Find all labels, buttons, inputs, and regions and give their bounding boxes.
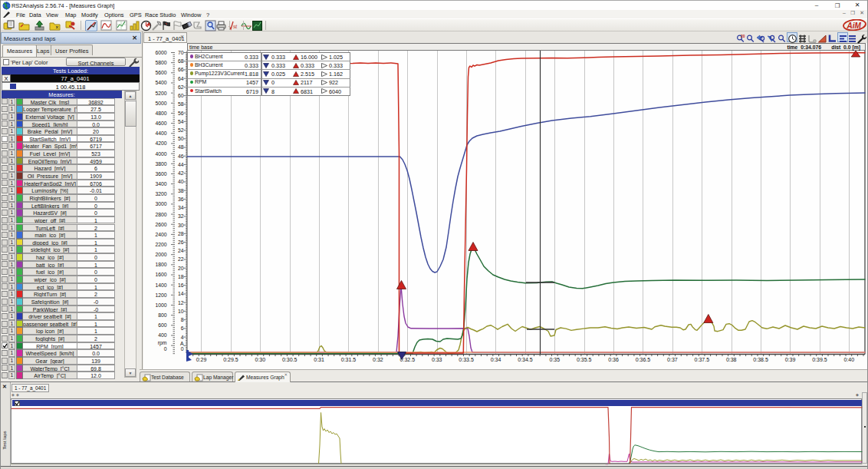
svg-text:4200: 4200 bbox=[155, 140, 166, 146]
svg-text:32: 32 bbox=[178, 213, 184, 219]
svg-text:62: 62 bbox=[178, 84, 184, 90]
svg-text:0:29: 0:29 bbox=[196, 357, 207, 362]
svg-text:0:31: 0:31 bbox=[314, 357, 324, 362]
svg-text:50: 50 bbox=[178, 136, 184, 141]
svg-text:0:39.5: 0:39.5 bbox=[812, 357, 827, 362]
svg-text:4600: 4600 bbox=[155, 121, 166, 126]
svg-text:1400: 1400 bbox=[155, 282, 166, 288]
svg-text:52: 52 bbox=[178, 127, 184, 133]
svg-text:46: 46 bbox=[178, 154, 184, 159]
svg-text:1800: 1800 bbox=[155, 262, 166, 267]
svg-text:0:30.5: 0:30.5 bbox=[282, 357, 298, 362]
svg-text:14: 14 bbox=[178, 291, 184, 296]
svg-text:st: st bbox=[233, 23, 238, 30]
svg-text:0:38.5: 0:38.5 bbox=[753, 357, 768, 362]
svg-text:5600: 5600 bbox=[155, 70, 166, 75]
svg-text:2400: 2400 bbox=[155, 232, 166, 237]
svg-text:30: 30 bbox=[178, 223, 184, 228]
svg-text:5000: 5000 bbox=[155, 101, 166, 106]
svg-text:22: 22 bbox=[178, 256, 184, 262]
svg-text:2600: 2600 bbox=[155, 222, 166, 227]
svg-text:2200: 2200 bbox=[155, 242, 166, 247]
svg-text:0:39: 0:39 bbox=[785, 357, 796, 362]
svg-text:400: 400 bbox=[158, 332, 167, 338]
svg-text:26: 26 bbox=[178, 239, 184, 245]
svg-text:60: 60 bbox=[178, 93, 184, 98]
svg-text:4: 4 bbox=[181, 335, 184, 340]
svg-text:20: 20 bbox=[741, 34, 745, 38]
svg-text:20: 20 bbox=[178, 266, 184, 271]
svg-text:0:37: 0:37 bbox=[667, 357, 678, 362]
svg-text:0:32: 0:32 bbox=[373, 357, 383, 362]
svg-text:0:35: 0:35 bbox=[549, 357, 560, 362]
svg-text:0:37.5: 0:37.5 bbox=[695, 357, 710, 362]
svg-text:4400: 4400 bbox=[155, 130, 166, 136]
svg-text:1600: 1600 bbox=[155, 272, 166, 277]
svg-text:2800: 2800 bbox=[155, 212, 166, 217]
svg-text:68: 68 bbox=[178, 58, 184, 64]
svg-text:44: 44 bbox=[178, 162, 184, 167]
svg-text:600: 600 bbox=[158, 322, 167, 328]
svg-text:0: 0 bbox=[181, 346, 184, 352]
svg-text:2000: 2000 bbox=[155, 252, 166, 257]
svg-text:3200: 3200 bbox=[155, 191, 166, 197]
svg-text:0:40: 0:40 bbox=[843, 357, 854, 362]
svg-text:5800: 5800 bbox=[155, 60, 166, 65]
svg-text:38: 38 bbox=[178, 188, 184, 193]
svg-text:0:30: 0:30 bbox=[255, 357, 265, 362]
svg-text:16: 16 bbox=[178, 282, 184, 288]
svg-text:54: 54 bbox=[178, 119, 184, 124]
svg-text:A: A bbox=[180, 341, 184, 346]
svg-text:0:33: 0:33 bbox=[432, 357, 442, 362]
svg-text:0: 0 bbox=[164, 346, 167, 352]
svg-text:10: 10 bbox=[178, 309, 184, 314]
svg-text:5400: 5400 bbox=[155, 80, 166, 85]
svg-text:800: 800 bbox=[158, 312, 167, 318]
svg-text:0:36: 0:36 bbox=[608, 357, 619, 362]
svg-text:40: 40 bbox=[178, 179, 184, 184]
svg-text:5200: 5200 bbox=[155, 91, 166, 96]
svg-text:3000: 3000 bbox=[155, 201, 166, 206]
svg-text:8: 8 bbox=[181, 317, 184, 322]
svg-text:56: 56 bbox=[178, 111, 184, 116]
svg-text:3600: 3600 bbox=[155, 171, 166, 177]
svg-text:0:29.5: 0:29.5 bbox=[223, 357, 238, 362]
svg-text:1200: 1200 bbox=[155, 292, 166, 298]
svg-text:6: 6 bbox=[181, 325, 184, 331]
svg-text:48: 48 bbox=[178, 144, 184, 150]
svg-text:0:34: 0:34 bbox=[491, 357, 501, 362]
svg-text:36: 36 bbox=[178, 197, 184, 202]
svg-text:66: 66 bbox=[178, 67, 184, 72]
svg-text:0:38: 0:38 bbox=[726, 357, 737, 362]
svg-text:70: 70 bbox=[178, 50, 184, 55]
svg-text:0:36.5: 0:36.5 bbox=[636, 357, 651, 362]
svg-text:6000: 6000 bbox=[155, 50, 166, 55]
svg-text:3800: 3800 bbox=[155, 161, 166, 167]
svg-text:12: 12 bbox=[178, 300, 184, 306]
svg-text:AiM: AiM bbox=[847, 21, 862, 30]
svg-text:0:35.5: 0:35.5 bbox=[577, 357, 592, 362]
svg-text:4000: 4000 bbox=[155, 151, 166, 157]
svg-text:24: 24 bbox=[178, 248, 184, 253]
svg-text:28: 28 bbox=[178, 231, 184, 236]
svg-text:4800: 4800 bbox=[155, 111, 166, 116]
svg-text:3400: 3400 bbox=[155, 181, 166, 187]
svg-text:34: 34 bbox=[178, 205, 184, 210]
svg-text:0:34.5: 0:34.5 bbox=[518, 357, 533, 362]
svg-text:18: 18 bbox=[178, 274, 184, 279]
svg-text:42: 42 bbox=[178, 170, 184, 176]
svg-text:64: 64 bbox=[178, 76, 184, 81]
svg-text:58: 58 bbox=[178, 101, 184, 107]
svg-text:0:31.5: 0:31.5 bbox=[341, 357, 357, 362]
svg-text:1000: 1000 bbox=[155, 302, 166, 308]
svg-text:0:33.5: 0:33.5 bbox=[459, 357, 474, 362]
